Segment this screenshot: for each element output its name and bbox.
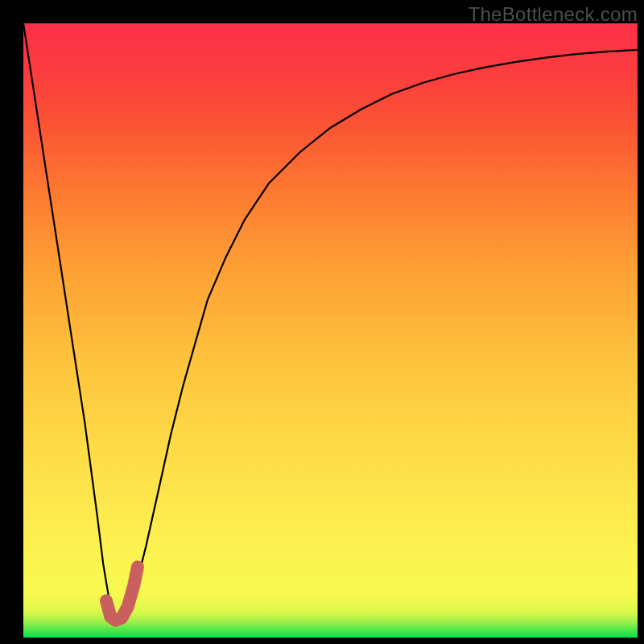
watermark-text: TheBottleneck.com — [468, 3, 638, 26]
chart-svg — [23, 23, 638, 638]
accent-segment — [106, 567, 138, 620]
bottleneck-curve — [23, 23, 638, 619]
chart-frame: TheBottleneck.com — [0, 0, 644, 644]
plot-area — [23, 23, 638, 638]
